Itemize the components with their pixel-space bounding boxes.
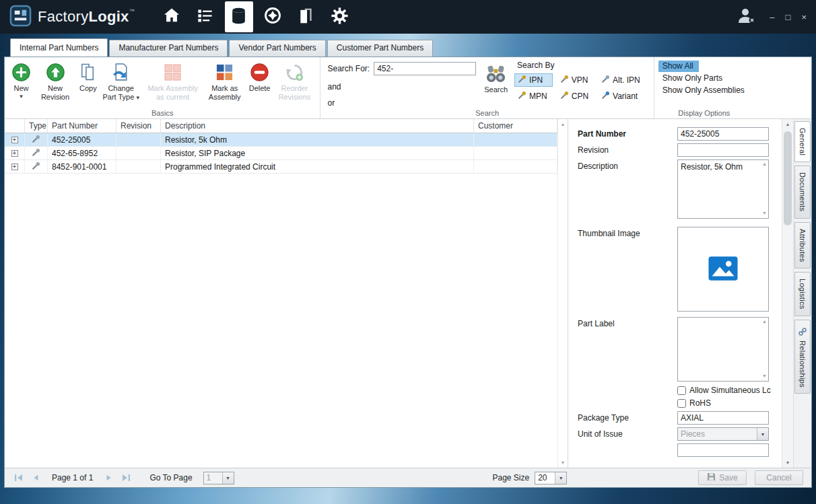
- textarea-scroll-down-icon[interactable]: ▼: [762, 373, 767, 378]
- type-column-header[interactable]: Type: [25, 119, 48, 133]
- part-number-tabs: Internal Part Numbers Manufacturer Part …: [10, 39, 433, 57]
- combo-arrow-icon[interactable]: ▼: [555, 472, 566, 484]
- search-by-vpn[interactable]: VPN: [557, 73, 594, 87]
- cancel-button[interactable]: Cancel: [755, 470, 803, 485]
- side-tab-documents[interactable]: Documents: [794, 166, 811, 218]
- detail-scrollbar[interactable]: ▲ ▼: [782, 119, 793, 468]
- description-textarea[interactable]: Resistor, 5k Ohm: [677, 159, 769, 219]
- nav-work-instructions-button[interactable]: [191, 2, 219, 32]
- save-button[interactable]: Save: [698, 470, 747, 485]
- revision-input[interactable]: [677, 143, 769, 157]
- change-part-type-icon: [112, 62, 130, 82]
- table-row[interactable]: + 452-65-8952 Resistor, SIP Package: [5, 147, 557, 160]
- scroll-down-arrow-icon[interactable]: ▼: [786, 460, 790, 465]
- search-by-mpn[interactable]: MPN: [514, 89, 553, 103]
- table-row[interactable]: + 8452-901-0001 Programmed Integrated Ci…: [5, 160, 557, 174]
- new-revision-button[interactable]: New Revision: [34, 59, 77, 102]
- parts-database-icon: [230, 7, 247, 28]
- page-size-select[interactable]: 20 ▼: [535, 472, 567, 484]
- app-window: FactoryLogix™: [0, 0, 816, 504]
- revision-column-header[interactable]: Revision: [116, 119, 161, 133]
- nav-production-button[interactable]: [259, 2, 287, 32]
- last-page-button[interactable]: [120, 472, 132, 483]
- row-expand-toggle[interactable]: +: [11, 164, 18, 170]
- next-page-button[interactable]: [104, 472, 114, 483]
- textarea-scroll-up-icon[interactable]: ▲: [762, 161, 767, 166]
- thumbnail-image[interactable]: [677, 227, 769, 312]
- search-by-variant[interactable]: Variant: [598, 89, 646, 103]
- user-icon: [736, 15, 756, 26]
- side-tab-relationships[interactable]: Relationships: [794, 320, 811, 394]
- new-button-label: New: [13, 84, 28, 93]
- reorder-revisions-icon: [285, 62, 304, 82]
- allow-simultaneous-checkbox[interactable]: Allow Simultaneous Lc: [677, 386, 771, 395]
- cancel-button-label: Cancel: [766, 473, 791, 482]
- brand-factory: Factory: [38, 8, 88, 25]
- search-button[interactable]: Search: [481, 59, 510, 96]
- scroll-down-arrow-icon[interactable]: ▼: [561, 460, 566, 465]
- gear-icon: [330, 6, 349, 28]
- change-part-type-button[interactable]: Change Part Type ▾: [100, 59, 143, 102]
- side-tab-general[interactable]: General: [794, 121, 811, 162]
- user-button[interactable]: [736, 7, 756, 27]
- ipn-icon: [518, 75, 526, 85]
- side-tab-attributes[interactable]: Attributes: [794, 222, 811, 268]
- minimize-button[interactable]: –: [770, 12, 774, 22]
- scrollbar-thumb[interactable]: [784, 131, 792, 225]
- delete-icon: [250, 62, 269, 82]
- search-by-alt-ipn[interactable]: Alt. IPN: [598, 73, 646, 87]
- allow-simultaneous-checkbox-input[interactable]: [677, 386, 686, 395]
- new-button[interactable]: New ▾: [9, 59, 34, 100]
- table-row[interactable]: + 452-25005 Resistor, 5k Ohm: [5, 133, 557, 147]
- nav-reports-button[interactable]: [292, 2, 320, 32]
- delete-button[interactable]: Delete: [246, 59, 273, 94]
- maximize-button[interactable]: □: [786, 12, 791, 22]
- close-button[interactable]: ×: [801, 12, 807, 22]
- part-number-column-header[interactable]: Part Number: [48, 119, 116, 133]
- scroll-up-arrow-icon[interactable]: ▲: [786, 122, 790, 127]
- combo-arrow-icon[interactable]: ▼: [757, 428, 768, 440]
- package-type-input[interactable]: [677, 411, 769, 425]
- rohs-checkbox[interactable]: RoHS: [677, 398, 711, 408]
- part-number-input[interactable]: [677, 127, 769, 141]
- show-only-parts-option[interactable]: Show Only Parts: [658, 73, 728, 84]
- scroll-up-arrow-icon[interactable]: ▲: [561, 122, 566, 127]
- part-label-textarea[interactable]: [677, 317, 769, 382]
- search-by-cpn[interactable]: CPN: [557, 89, 594, 103]
- textarea-scroll-down-icon[interactable]: ▼: [762, 211, 767, 215]
- show-all-option[interactable]: Show All: [658, 61, 699, 72]
- search-and-label: and: [327, 82, 476, 92]
- show-only-assemblies-option[interactable]: Show Only Assemblies: [658, 85, 750, 96]
- search-input[interactable]: [374, 62, 476, 75]
- clipped-next-field[interactable]: [677, 443, 769, 457]
- tab-manufacturer-part-numbers[interactable]: Manufacturer Part Numbers: [109, 40, 228, 57]
- tab-vendor-part-numbers[interactable]: Vendor Part Numbers: [229, 40, 325, 57]
- tab-customer-part-numbers[interactable]: Customer Part Numbers: [327, 40, 433, 57]
- checklist-icon: [196, 7, 214, 28]
- nav-home-button[interactable]: [158, 2, 186, 32]
- detail-side-tabs: General Documents Attributes Logistics R…: [793, 119, 811, 468]
- side-tab-logistics[interactable]: Logistics: [794, 272, 811, 316]
- mark-assembly-as-current-button[interactable]: Mark Assembly as current: [143, 59, 203, 102]
- reorder-revisions-button[interactable]: Reorder Revisions: [273, 59, 316, 102]
- goto-page-input[interactable]: 1 ▼: [203, 472, 234, 484]
- plus-icon: +: [13, 136, 17, 143]
- row-expand-toggle[interactable]: +: [11, 150, 18, 157]
- description-column-header[interactable]: Description: [161, 119, 474, 133]
- combo-arrow-icon[interactable]: ▼: [222, 472, 234, 484]
- row-expand-toggle[interactable]: +: [11, 137, 18, 143]
- table-scrollbar[interactable]: ▲ ▼: [557, 119, 568, 468]
- mark-as-assembly-button[interactable]: Mark as Assembly: [203, 59, 246, 102]
- rohs-checkbox-input[interactable]: [677, 399, 686, 408]
- nav-part-library-button[interactable]: [225, 1, 253, 32]
- nav-settings-button[interactable]: [326, 2, 354, 32]
- first-page-button[interactable]: [13, 472, 25, 483]
- cell-customer: [474, 133, 557, 146]
- customer-column-header[interactable]: Customer: [474, 119, 557, 133]
- tab-internal-part-numbers[interactable]: Internal Part Numbers: [10, 38, 108, 57]
- search-by-ipn[interactable]: IPN: [514, 73, 553, 87]
- unit-of-issue-select[interactable]: Pieces ▼: [677, 427, 769, 441]
- textarea-scroll-up-icon[interactable]: ▲: [762, 319, 767, 324]
- copy-button[interactable]: Copy: [77, 59, 100, 94]
- previous-page-button[interactable]: [30, 472, 41, 483]
